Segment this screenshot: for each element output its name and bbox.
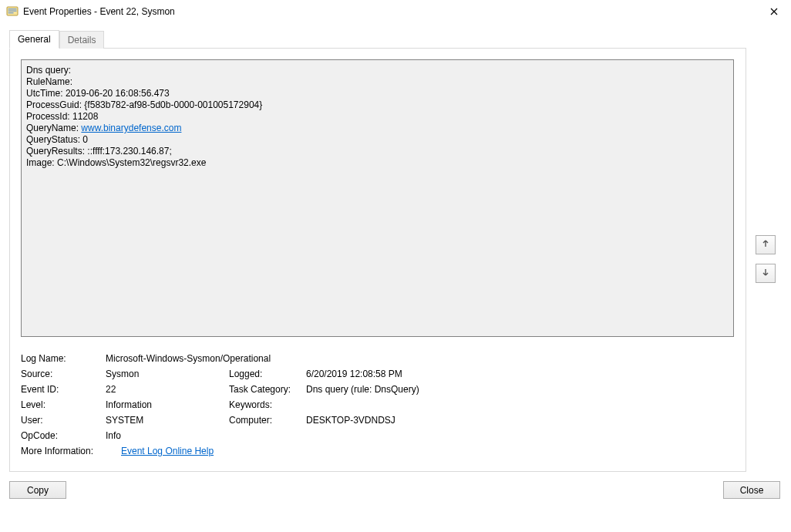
value-logged: 6/20/2019 12:08:58 PM bbox=[306, 369, 734, 379]
dialog-button-bar: Copy Close bbox=[9, 481, 780, 499]
svg-rect-1 bbox=[8, 8, 17, 9]
tab-general[interactable]: General bbox=[9, 30, 59, 49]
value-source: Sysmon bbox=[106, 369, 229, 379]
label-task-category: Task Category: bbox=[229, 384, 306, 395]
window-close-button[interactable] bbox=[756, 0, 791, 23]
label-opcode: OpCode: bbox=[21, 430, 106, 441]
previous-event-button[interactable] bbox=[756, 235, 776, 254]
close-button[interactable]: Close bbox=[723, 481, 780, 499]
event-line: ProcessGuid: {f583b782-af98-5d0b-0000-00… bbox=[26, 99, 262, 110]
value-task-category: Dns query (rule: DnsQuery) bbox=[306, 384, 734, 395]
event-line: QueryStatus: 0 bbox=[26, 134, 88, 145]
label-more-info: More Information: bbox=[21, 446, 121, 456]
dialog-body: General Details Dns query: RuleName: Utc… bbox=[0, 23, 791, 508]
arrow-up-icon bbox=[761, 239, 770, 251]
event-line-prefix: QueryName: bbox=[26, 123, 81, 133]
svg-rect-2 bbox=[8, 11, 17, 12]
row-more-info: More Information: Event Log Online Help bbox=[21, 443, 734, 459]
event-line: ProcessId: 11208 bbox=[26, 111, 98, 122]
row-log-name: Log Name: Microsoft-Windows-Sysmon/Opera… bbox=[21, 351, 734, 366]
label-computer: Computer: bbox=[229, 415, 306, 426]
label-log-name: Log Name: bbox=[21, 353, 106, 364]
next-event-button[interactable] bbox=[756, 264, 776, 283]
label-keywords: Keywords: bbox=[229, 399, 306, 410]
event-nav-buttons bbox=[756, 235, 776, 283]
label-user: User: bbox=[21, 415, 106, 426]
tab-strip: General Details bbox=[9, 29, 782, 48]
titlebar: Event Properties - Event 22, Sysmon bbox=[0, 0, 791, 23]
arrow-down-icon bbox=[761, 268, 770, 279]
query-name-link[interactable]: www.binarydefense.com bbox=[81, 123, 181, 133]
event-line: QueryResults: ::ffff:173.230.146.87; bbox=[26, 146, 172, 157]
row-source-logged: Source: Sysmon Logged: 6/20/2019 12:08:5… bbox=[21, 366, 734, 382]
tab-details[interactable]: Details bbox=[59, 31, 105, 49]
event-line: Dns query: bbox=[26, 65, 71, 76]
label-logged: Logged: bbox=[229, 369, 306, 379]
label-level: Level: bbox=[21, 399, 106, 410]
event-line: UtcTime: 2019-06-20 16:08:56.473 bbox=[26, 88, 170, 99]
row-eventid-taskcat: Event ID: 22 Task Category: Dns query (r… bbox=[21, 382, 734, 397]
label-source: Source: bbox=[21, 369, 106, 379]
value-log-name: Microsoft-Windows-Sysmon/Operational bbox=[106, 353, 271, 364]
event-info-grid: Log Name: Microsoft-Windows-Sysmon/Opera… bbox=[21, 351, 734, 459]
value-user: SYSTEM bbox=[106, 415, 229, 426]
copy-button[interactable]: Copy bbox=[9, 481, 66, 499]
value-event-id: 22 bbox=[106, 384, 229, 395]
row-opcode: OpCode: Info bbox=[21, 428, 734, 443]
label-event-id: Event ID: bbox=[21, 384, 106, 395]
event-line: RuleName: bbox=[26, 76, 72, 87]
row-user-computer: User: SYSTEM Computer: DESKTOP-3VDNDSJ bbox=[21, 412, 734, 428]
value-level: Information bbox=[106, 399, 229, 410]
event-log-online-help-link[interactable]: Event Log Online Help bbox=[121, 446, 214, 456]
event-line: Image: C:\Windows\System32\regsvr32.exe bbox=[26, 157, 206, 168]
event-line: QueryName: www.binarydefense.com bbox=[26, 123, 181, 133]
event-viewer-icon bbox=[6, 5, 19, 18]
value-more-info: Event Log Online Help bbox=[121, 446, 214, 456]
event-description-box[interactable]: Dns query: RuleName: UtcTime: 2019-06-20… bbox=[21, 59, 734, 337]
row-level-keywords: Level: Information Keywords: bbox=[21, 397, 734, 412]
value-keywords bbox=[306, 399, 734, 410]
window-title: Event Properties - Event 22, Sysmon bbox=[23, 6, 175, 17]
tab-panel-general: Dns query: RuleName: UtcTime: 2019-06-20… bbox=[9, 48, 746, 472]
svg-rect-3 bbox=[8, 12, 14, 13]
value-computer: DESKTOP-3VDNDSJ bbox=[306, 415, 734, 426]
value-opcode: Info bbox=[106, 430, 229, 441]
